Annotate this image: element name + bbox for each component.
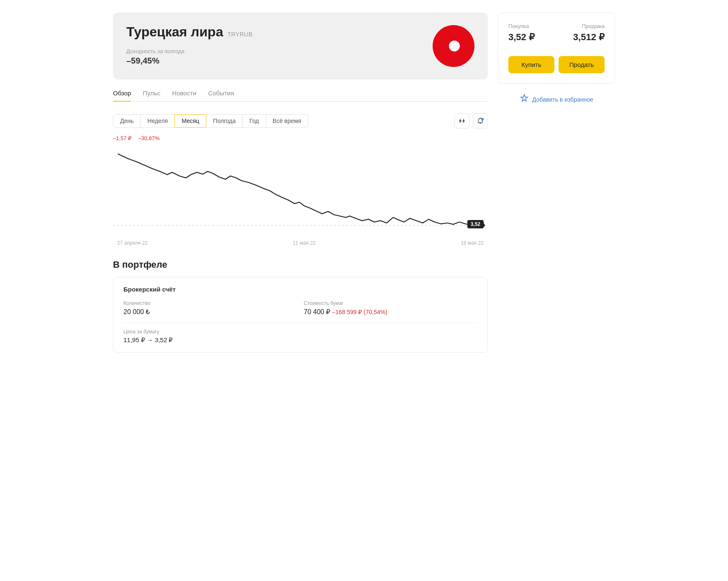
buy-sell-buttons: Купить Продать xyxy=(508,56,605,73)
sell-label: Продажа xyxy=(582,23,605,29)
chart-date-3: 19 мая 22 xyxy=(461,240,484,246)
currency-code: TRYRUB xyxy=(227,31,252,38)
nav-tabs: Обзор Пульс Новости События xyxy=(113,90,488,102)
cost-label: Стоимость бумаг xyxy=(304,300,477,306)
price-per-share-value: 11,95 ₽ → 3,52 ₽ xyxy=(123,336,477,344)
tab-events[interactable]: События xyxy=(208,90,234,102)
cost-change: –168 599 ₽ (70,54%) xyxy=(332,309,387,315)
period-alltime[interactable]: Всё время xyxy=(266,114,308,128)
yield-value: –59,45% xyxy=(126,56,474,66)
buy-button[interactable]: Купить xyxy=(508,56,554,73)
price-per-share-label: Цена за бумагу xyxy=(123,329,477,335)
portfolio-cost: Стоимость бумаг 70 400 ₽ –168 599 ₽ (70,… xyxy=(304,300,477,316)
buy-sell-prices: 3,52 ₽ 3,512 ₽ xyxy=(508,32,605,49)
cost-rub: 70 400 ₽ xyxy=(304,308,330,315)
change-pct: –30,87% xyxy=(138,135,159,141)
chart-date-1: 27 апреля 22 xyxy=(117,240,148,246)
period-year[interactable]: Год xyxy=(242,114,266,128)
period-bar: День Неделя Месяц Полгода Год Всё время xyxy=(113,113,488,128)
period-halfyear[interactable]: Полгода xyxy=(206,114,243,128)
price-per-share: Цена за бумагу 11,95 ₽ → 3,52 ₽ xyxy=(123,329,477,344)
buy-price: 3,52 ₽ xyxy=(508,32,535,43)
period-month[interactable]: Месяц xyxy=(174,114,206,128)
currency-header-card: Турецкая лира TRYRUB Доходность за полго… xyxy=(113,13,488,79)
favorite-label: Добавить в избранное xyxy=(532,96,593,103)
currency-flag xyxy=(433,25,474,67)
svg-point-4 xyxy=(459,120,461,122)
currency-name: Турецкая лира xyxy=(126,24,223,40)
currency-title: Турецкая лира TRYRUB xyxy=(126,24,474,40)
svg-text:+: + xyxy=(482,118,483,120)
buy-label: Покупка xyxy=(508,23,529,29)
portfolio-quantity: Количество 20 000 ₺ xyxy=(123,300,297,316)
cost-value: 70 400 ₽ –168 599 ₽ (70,54%) xyxy=(304,308,477,316)
period-day[interactable]: День xyxy=(113,114,141,128)
tab-pulse[interactable]: Пульс xyxy=(143,90,160,102)
sidebar: Покупка Продажа 3,52 ₽ 3,512 ₽ Купить Пр… xyxy=(498,13,615,353)
alert-icon[interactable]: + xyxy=(473,113,488,128)
buy-sell-labels: Покупка Продажа xyxy=(508,23,605,29)
portfolio-section-title: В портфеле xyxy=(113,259,488,270)
portfolio-card-title: Брокерский счёт xyxy=(123,286,477,293)
chart-dates: 27 апреля 22 11 мая 22 19 мая 22 xyxy=(113,240,488,246)
period-week[interactable]: Неделя xyxy=(140,114,175,128)
buy-sell-card: Покупка Продажа 3,52 ₽ 3,512 ₽ Купить Пр… xyxy=(498,13,615,84)
chart-date-2: 11 мая 22 xyxy=(293,240,316,246)
favorite-button[interactable]: Добавить в избранное xyxy=(498,90,615,108)
tab-news[interactable]: Новости xyxy=(172,90,196,102)
current-price-badge: 3,52 xyxy=(467,220,484,228)
change-row: –1,57 ₽ –30,87% xyxy=(113,135,488,141)
sell-price: 3,512 ₽ xyxy=(573,32,605,43)
sell-button[interactable]: Продать xyxy=(559,56,605,73)
quantity-value: 20 000 ₺ xyxy=(123,308,297,316)
svg-point-5 xyxy=(463,120,465,122)
yield-label: Доходность за полгода xyxy=(126,48,474,54)
portfolio-card: Брокерский счёт Количество 20 000 ₺ Стои… xyxy=(113,277,488,353)
tab-overview[interactable]: Обзор xyxy=(113,90,131,102)
compare-icon[interactable] xyxy=(454,113,469,128)
star-icon xyxy=(520,94,529,105)
price-chart: 3,52 xyxy=(113,145,488,237)
change-abs: –1,57 ₽ xyxy=(113,135,131,141)
quantity-label: Количество xyxy=(123,300,297,306)
portfolio-grid: Количество 20 000 ₺ Стоимость бумаг 70 4… xyxy=(123,300,477,316)
